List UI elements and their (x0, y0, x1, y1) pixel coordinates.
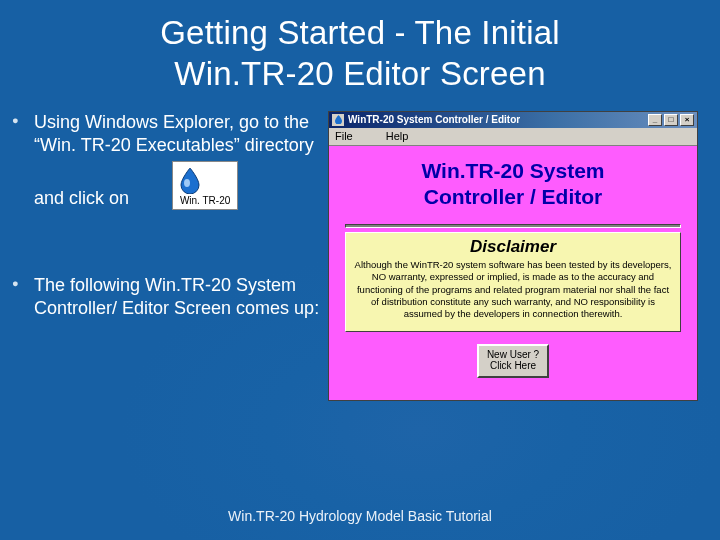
svg-point-0 (184, 179, 190, 187)
menu-file[interactable]: File (335, 130, 353, 142)
maximize-button[interactable]: □ (664, 114, 678, 126)
new-user-line2: Click Here (490, 360, 536, 371)
app-icon-caption: Win. TR-20 (180, 195, 230, 206)
app-heading: Win.TR-20 System Controller / Editor (337, 158, 689, 211)
close-icon: × (685, 116, 690, 124)
slide-title: Getting Started - The Initial Win.TR-20 … (0, 0, 720, 101)
left-column: Using Windows Explorer, go to the “Win. … (10, 111, 320, 401)
window-titlebar[interactable]: WinTR-20 System Controller / Editor _ □ … (329, 112, 697, 128)
app-heading-line2: Controller / Editor (424, 185, 603, 208)
app-body: Win.TR-20 System Controller / Editor Dis… (329, 146, 697, 400)
title-line-2: Win.TR-20 Editor Screen (174, 55, 545, 92)
footer-text: Win.TR-20 Hydrology Model Basic Tutorial (0, 508, 720, 524)
new-user-line1: New User ? (487, 349, 539, 360)
app-window: WinTR-20 System Controller / Editor _ □ … (328, 111, 698, 401)
right-column: WinTR-20 System Controller / Editor _ □ … (328, 111, 708, 401)
window-app-icon (332, 114, 344, 126)
minimize-button[interactable]: _ (648, 114, 662, 126)
list-item: The following Win.TR-20 System Controlle… (10, 274, 320, 320)
disclaimer-heading: Disclaimer (354, 237, 672, 257)
window-title: WinTR-20 System Controller / Editor (348, 114, 520, 125)
menu-help[interactable]: Help (386, 130, 409, 142)
divider (345, 224, 681, 228)
list-item: Using Windows Explorer, go to the “Win. … (10, 111, 320, 211)
new-user-button[interactable]: New User ? Click Here (477, 344, 549, 378)
disclaimer-text: Although the WinTR-20 system software ha… (354, 259, 672, 321)
bullet-text-2: The following Win.TR-20 System Controlle… (34, 275, 319, 318)
app-heading-line1: Win.TR-20 System (421, 159, 604, 182)
app-shortcut-icon: Win. TR-20 (172, 161, 238, 211)
close-button[interactable]: × (680, 114, 694, 126)
waterdrop-icon (175, 166, 235, 194)
bullet-list: Using Windows Explorer, go to the “Win. … (10, 111, 320, 321)
menu-bar: File Help (329, 128, 697, 146)
minimize-icon: _ (653, 116, 657, 124)
title-line-1: Getting Started - The Initial (160, 14, 560, 51)
maximize-icon: □ (669, 116, 674, 124)
disclaimer-panel: Disclaimer Although the WinTR-20 system … (345, 232, 681, 332)
